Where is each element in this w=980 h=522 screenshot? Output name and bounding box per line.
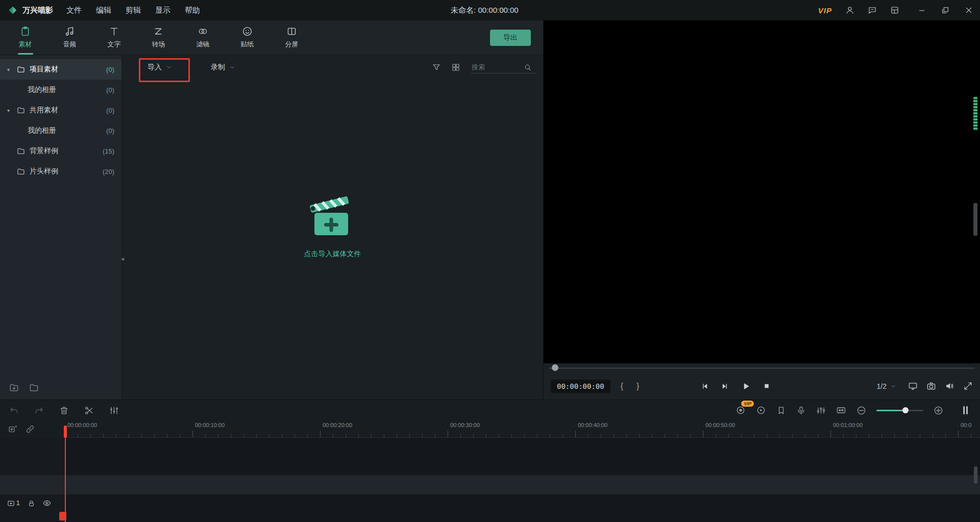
sidebar-item-project-media[interactable]: ▾ 项目素材 (0) <box>0 59 121 80</box>
voiceover-button[interactable] <box>796 406 806 415</box>
tab-text[interactable]: 文字 <box>92 20 136 55</box>
sticker-smiley-icon <box>242 26 253 37</box>
tab-filters[interactable]: 滤镜 <box>181 20 225 55</box>
close-button[interactable] <box>965 6 973 14</box>
add-to-timeline-icon[interactable] <box>8 425 17 434</box>
video-track-icon <box>7 500 15 507</box>
sidebar-item-my-album-1[interactable]: 我的相册 (0) <box>0 80 121 100</box>
track-height-button[interactable] <box>961 405 971 415</box>
properties-button[interactable] <box>109 406 119 415</box>
fullscreen-icon[interactable] <box>963 381 973 391</box>
new-folder-icon[interactable] <box>9 383 19 392</box>
menu-bar: 文件 编辑 剪辑 显示 帮助 <box>66 6 200 15</box>
sidebar-item-my-album-2[interactable]: 我的相册 (0) <box>0 120 121 141</box>
account-icon[interactable] <box>845 6 854 15</box>
render-preview-button[interactable] <box>756 405 766 415</box>
zoom-out-button[interactable] <box>856 406 866 415</box>
preview-scrollbar-thumb[interactable] <box>973 203 977 236</box>
import-media-dropzone[interactable]: 点击导入媒体文件 <box>122 51 543 400</box>
mark-out-button[interactable]: } <box>636 382 639 391</box>
tab-label: 文字 <box>108 40 121 49</box>
timeline-scrollbar-thumb[interactable] <box>974 466 977 484</box>
mark-in-button[interactable]: { <box>621 382 623 391</box>
maximize-button[interactable] <box>941 6 949 14</box>
timeline-tracks[interactable]: 1 <box>0 438 980 522</box>
trash-icon <box>59 406 69 415</box>
menu-file[interactable]: 文件 <box>66 6 82 15</box>
fit-timeline-button[interactable] <box>836 405 846 415</box>
toggle-visibility-icon[interactable] <box>43 499 51 507</box>
timeline-zoom-slider[interactable] <box>876 410 923 411</box>
undo-button[interactable] <box>9 406 19 415</box>
clapperboard-icon <box>307 192 358 240</box>
quality-value: 1/2 <box>877 382 887 390</box>
timeline-view-tools: VIP <box>736 405 971 415</box>
plus-circle-icon <box>934 406 943 415</box>
track-lane-empty[interactable] <box>0 475 980 494</box>
tab-label: 分屏 <box>285 40 299 49</box>
menu-clip[interactable]: 剪辑 <box>126 6 141 15</box>
preview-right-controls: 1/2 <box>877 381 973 391</box>
zoom-slider-fill <box>876 410 905 411</box>
audio-mixer-button[interactable] <box>816 406 826 415</box>
snapshot-camera-icon[interactable] <box>926 381 936 391</box>
delete-folder-icon[interactable] <box>29 383 39 392</box>
link-clips-icon[interactable] <box>26 425 35 434</box>
redo-button[interactable] <box>34 406 44 415</box>
tab-transitions[interactable]: 转场 <box>136 20 181 55</box>
zoom-slider-knob[interactable] <box>902 407 909 413</box>
keyframe-button[interactable]: VIP <box>736 405 746 415</box>
minimize-button[interactable] <box>918 6 926 14</box>
current-timecode: 00:00:00:00 <box>551 380 610 393</box>
play-button[interactable] <box>742 382 751 391</box>
playhead-handle[interactable] <box>64 426 67 438</box>
volume-icon[interactable] <box>945 381 954 391</box>
menu-help[interactable]: 帮助 <box>185 6 200 15</box>
tab-splitscreen[interactable]: 分屏 <box>270 20 314 55</box>
ruler-label: 00:00:40:00 <box>578 422 607 428</box>
preview-screen[interactable] <box>544 20 980 363</box>
sidebar-item-label: 我的相册 <box>28 85 56 94</box>
split-button[interactable] <box>84 406 94 415</box>
feedback-icon[interactable] <box>868 6 877 15</box>
tab-stickers[interactable]: 贴纸 <box>225 20 270 55</box>
preview-panel: 00:00:00:00 { } <box>544 20 980 400</box>
split-screen-icon <box>286 26 297 37</box>
tab-media[interactable]: 素材 <box>3 20 47 55</box>
lock-track-icon[interactable] <box>28 500 35 507</box>
timeline-ruler[interactable]: 00:00:00:00 00:00:10:00 00:00:20:00 00:0… <box>64 420 980 438</box>
vip-badge[interactable]: VIP <box>818 6 832 15</box>
clipboard-icon <box>20 26 31 37</box>
export-button[interactable]: 导出 <box>490 30 531 46</box>
seek-handle[interactable] <box>552 364 558 371</box>
timeline-edit-tools <box>9 406 119 415</box>
tab-audio[interactable]: 音频 <box>47 20 92 55</box>
titlebar: 万兴喵影 文件 编辑 剪辑 显示 帮助 未命名: 00:00:00:00 VIP <box>0 0 980 20</box>
undo-icon <box>9 406 19 415</box>
keyframe-icon <box>736 405 746 415</box>
menu-edit[interactable]: 编辑 <box>96 6 111 15</box>
delete-button[interactable] <box>59 406 69 415</box>
track-number: 1 <box>16 500 20 507</box>
playhead-bottom-tag[interactable] <box>59 512 66 520</box>
seek-bar[interactable] <box>544 363 980 372</box>
menu-view[interactable]: 显示 <box>155 6 170 15</box>
marker-button[interactable] <box>776 406 786 415</box>
sidebar-item-background-samples[interactable]: 背景样例 (15) <box>0 141 121 161</box>
workspace-layout-icon[interactable] <box>890 6 899 15</box>
vip-feature-badge: VIP <box>741 401 754 407</box>
stop-button[interactable] <box>763 382 771 390</box>
zoom-in-button[interactable] <box>934 406 943 415</box>
display-device-icon[interactable] <box>908 381 918 391</box>
tab-label: 贴纸 <box>241 40 254 49</box>
media-content: 导入 录制 <box>122 55 543 400</box>
previous-frame-button[interactable] <box>701 382 709 390</box>
next-frame-button[interactable] <box>721 382 729 390</box>
previous-frame-icon <box>701 382 709 390</box>
caret-down-icon[interactable]: ▾ <box>7 108 12 113</box>
sidebar-item-shared-media[interactable]: ▾ 共用素材 (0) <box>0 100 121 120</box>
sidebar-collapse-handle[interactable]: ◂ <box>121 255 124 262</box>
quality-dropdown[interactable]: 1/2 <box>877 382 896 390</box>
sidebar-item-intro-samples[interactable]: 片头样例 (20) <box>0 161 121 182</box>
caret-down-icon[interactable]: ▾ <box>7 67 12 72</box>
